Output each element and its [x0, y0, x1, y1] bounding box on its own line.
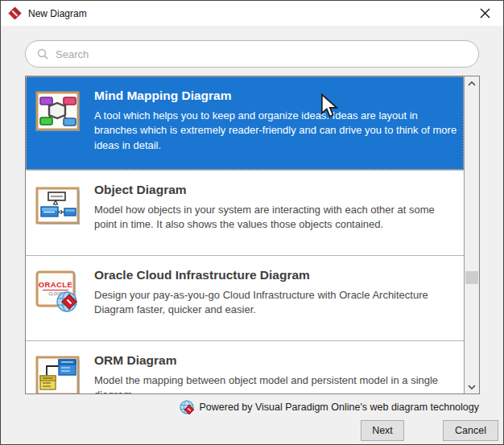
cancel-button[interactable]: Cancel — [443, 420, 498, 441]
scroll-down-button[interactable] — [465, 380, 479, 393]
object-diagram-icon — [35, 183, 81, 229]
next-button[interactable]: Next — [361, 420, 404, 441]
close-icon — [480, 8, 490, 19]
powered-by-bar: Powered by Visual Paradigm Online's web … — [1, 400, 479, 414]
scrollbar-thumb[interactable] — [465, 271, 478, 284]
item-description: Model how objects in your system are int… — [94, 203, 457, 233]
item-title: Object Diagram — [94, 183, 457, 197]
titlebar: New Diagram — [1, 1, 503, 26]
list-item-object-diagram[interactable]: Object Diagram Model how objects in your… — [26, 170, 464, 255]
orm-diagram-icon — [35, 353, 81, 393]
item-text: Object Diagram Model how objects in your… — [94, 181, 457, 247]
visual-paradigm-logo-icon — [8, 6, 22, 20]
list-item-oracle-cloud-infrastructure-diagram[interactable]: ORACLE CLOUD Oracle Cloud Infrastructure… — [26, 255, 464, 340]
item-description: Model the mapping between object model a… — [94, 373, 457, 393]
search-box[interactable] — [25, 40, 479, 68]
item-text: Mind Mapping Diagram A tool which helps … — [94, 87, 457, 162]
item-title: ORM Diagram — [94, 353, 457, 368]
item-description: A tool which helps you to keep and organ… — [94, 109, 457, 153]
powered-by-text: Powered by Visual Paradigm Online's web … — [200, 402, 480, 413]
list-item-orm-diagram[interactable]: ORM Diagram Model the mapping between ob… — [26, 340, 464, 393]
new-diagram-dialog: New Diagram — [0, 0, 504, 445]
item-text: ORM Diagram Model the mapping between ob… — [94, 352, 457, 393]
oracle-cloud-infrastructure-diagram-icon: ORACLE CLOUD — [35, 268, 81, 315]
item-description: Design your pay-as-you-go Cloud Infrastr… — [94, 288, 457, 318]
item-title: Mind Mapping Diagram — [94, 89, 457, 103]
list-items: Mind Mapping Diagram A tool which helps … — [26, 76, 464, 393]
mind-mapping-diagram-icon — [35, 89, 81, 135]
list-scrollbar[interactable] — [464, 76, 479, 393]
svg-text:ORACLE: ORACLE — [39, 280, 73, 289]
chevron-up-icon — [468, 81, 476, 86]
scroll-up-button[interactable] — [465, 76, 479, 90]
diagram-type-list: Mind Mapping Diagram A tool which helps … — [25, 76, 480, 394]
dialog-buttons: Next Cancel — [1, 420, 498, 441]
list-item-mind-mapping-diagram[interactable]: Mind Mapping Diagram A tool which helps … — [26, 76, 464, 170]
chevron-down-icon — [468, 385, 476, 389]
close-button[interactable] — [467, 1, 503, 26]
visual-paradigm-online-globe-icon — [180, 400, 195, 415]
item-title: Oracle Cloud Infrastructure Diagram — [94, 268, 457, 282]
item-text: Oracle Cloud Infrastructure Diagram Desi… — [94, 266, 457, 332]
window-title: New Diagram — [28, 8, 467, 19]
search-icon — [37, 48, 49, 60]
search-input[interactable] — [56, 48, 467, 60]
